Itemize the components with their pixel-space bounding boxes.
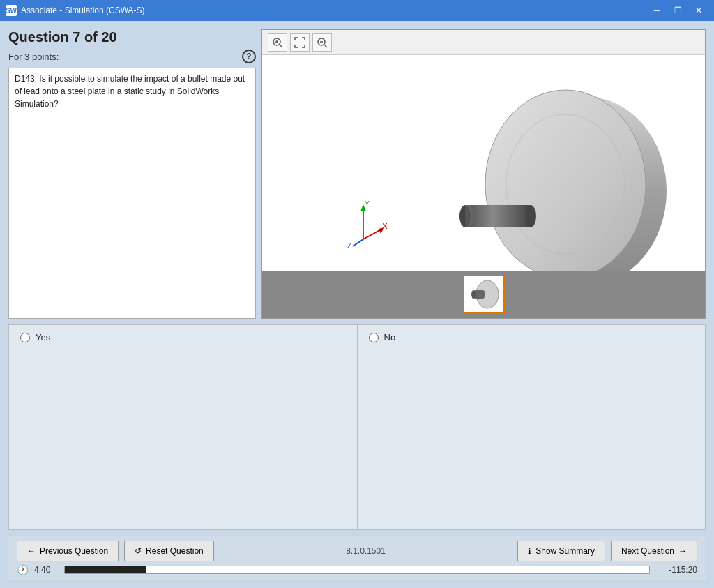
radio-yes[interactable]	[20, 333, 30, 342]
svg-text:Y: Y	[365, 201, 370, 208]
answer-no[interactable]: No	[358, 325, 706, 529]
progress-bar	[64, 566, 650, 574]
svg-point-12	[525, 205, 536, 227]
summary-button-label: Show Summary	[536, 546, 595, 556]
answers-section: Yes No	[8, 324, 706, 530]
reset-button-label: Reset Question	[146, 546, 204, 556]
main-content: Question 7 of 20 For 3 points: ? D143: I…	[0, 21, 714, 588]
svg-text:X: X	[383, 223, 388, 230]
show-summary-button[interactable]: ℹ Show Summary	[517, 541, 605, 561]
svg-line-5	[324, 45, 327, 47]
viewer-canvas: Y X Z	[262, 55, 705, 271]
window-title: Associate - Simulation (CSWA-S)	[21, 6, 145, 15]
prev-arrow-icon: ←	[27, 546, 36, 556]
thumbnail-item[interactable]	[463, 275, 505, 314]
question-text: D143: Is it possible to simulate the imp…	[8, 68, 256, 319]
thumbnail-bar	[262, 271, 705, 318]
fit-icon	[294, 37, 305, 48]
nav-row: ← Previous Question ↺ Reset Question 8.1…	[17, 541, 697, 561]
svg-text:Z: Z	[347, 242, 351, 250]
reset-question-button[interactable]: ↺ Reset Question	[124, 541, 214, 561]
answer-yes-label: Yes	[36, 332, 50, 342]
viewer-toolbar	[262, 30, 705, 55]
svg-rect-10	[468, 205, 531, 227]
viewer-panel: Y X Z	[261, 29, 706, 319]
zoom-out-button[interactable]	[312, 33, 332, 52]
restore-button[interactable]: ❐	[668, 3, 688, 17]
top-section: Question 7 of 20 For 3 points: ? D143: I…	[8, 29, 706, 319]
svg-line-1	[280, 45, 282, 47]
points-label: For 3 points:	[8, 52, 59, 62]
answer-no-label: No	[384, 332, 396, 342]
svg-point-8	[485, 90, 646, 271]
axes: Y X Z	[339, 201, 388, 250]
radio-no[interactable]	[369, 333, 379, 342]
svg-line-20	[353, 239, 363, 246]
help-icon[interactable]: ?	[242, 50, 256, 63]
progress-bar-fill	[65, 566, 146, 573]
close-button[interactable]: ✕	[689, 3, 708, 17]
info-icon: ℹ	[528, 546, 531, 556]
zoom-in-button[interactable]	[268, 33, 287, 52]
clock-icon: 🕐	[17, 564, 29, 575]
prev-button-label: Previous Question	[40, 546, 108, 556]
svg-line-17	[363, 229, 382, 239]
title-bar-left: SW Associate - Simulation (CSWA-S)	[6, 5, 145, 16]
reset-icon: ↺	[135, 546, 142, 556]
question-title: Question 7 of 20	[8, 29, 256, 45]
status-row: 🕐 4:40 -115:20	[17, 564, 697, 575]
zoom-out-icon	[317, 37, 328, 48]
prev-question-button[interactable]: ← Previous Question	[17, 541, 119, 561]
zoom-in-icon	[272, 37, 283, 48]
window-controls: ─ ❐ ✕	[647, 3, 708, 17]
next-button-label: Next Question	[621, 546, 674, 556]
bottom-bar: ← Previous Question ↺ Reset Question 8.1…	[8, 536, 706, 580]
remaining-time: -115:20	[655, 565, 697, 575]
thumbnail-preview	[466, 277, 501, 312]
next-arrow-icon: →	[678, 546, 687, 556]
fit-button[interactable]	[290, 33, 310, 52]
app-icon: SW	[6, 5, 17, 16]
points-row: For 3 points: ?	[8, 50, 256, 63]
answer-yes[interactable]: Yes	[9, 325, 358, 529]
title-bar: SW Associate - Simulation (CSWA-S) ─ ❐ ✕	[0, 0, 714, 21]
elapsed-time: 4:40	[34, 565, 59, 575]
svg-point-24	[471, 290, 476, 299]
version-label: 8.1.0.1501	[220, 546, 512, 556]
question-panel: Question 7 of 20 For 3 points: ? D143: I…	[8, 29, 256, 319]
minimize-button[interactable]: ─	[647, 3, 667, 17]
3d-model	[384, 69, 677, 271]
next-question-button[interactable]: Next Question →	[611, 541, 697, 561]
